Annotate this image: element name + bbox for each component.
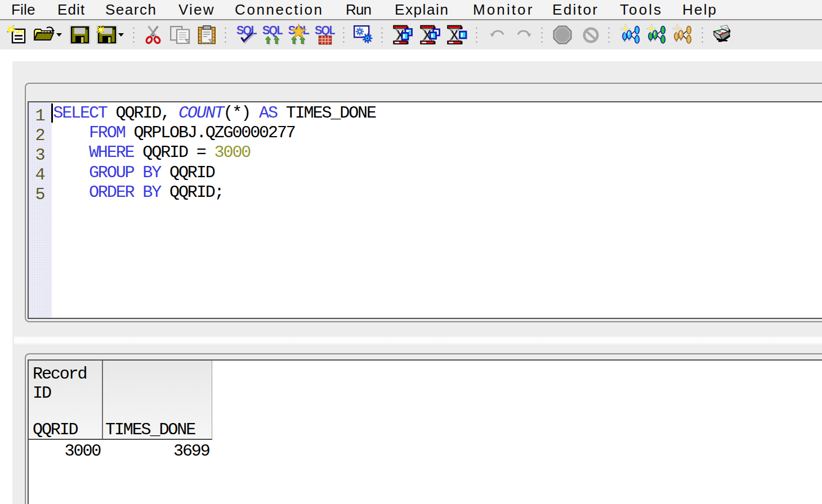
svg-text:SQL: SQL: [315, 24, 335, 37]
svg-text:SQL: SQL: [262, 24, 283, 37]
